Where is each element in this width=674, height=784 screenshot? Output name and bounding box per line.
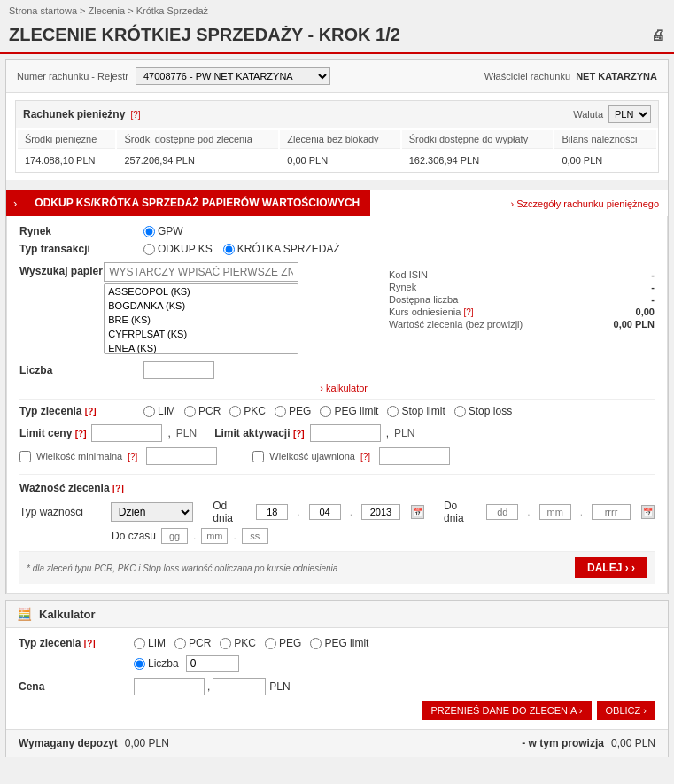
rynek-gpw[interactable]: GPW: [143, 225, 183, 237]
account-row: Numer rachunku - Rejestr 47008776 - PW N…: [6, 60, 668, 93]
typ-waznosci-label: Typ ważności: [19, 506, 102, 518]
transaction-odkup[interactable]: ODKUP KS: [143, 243, 213, 255]
kalk-cena-sep: ,: [207, 680, 210, 693]
dostepna-value: -: [540, 294, 655, 305]
balance-val-0: 174.088,10 PLN: [18, 151, 115, 170]
balance-help[interactable]: [?]: [130, 110, 140, 120]
prowizja-value: 0,00 PLN: [611, 737, 655, 749]
od-dnia-dd[interactable]: [256, 504, 288, 520]
do-dnia-cal-icon[interactable]: 📅: [641, 505, 655, 519]
typ-waznosci-select[interactable]: Dzień: [111, 502, 194, 522]
do-czasu-ss[interactable]: [242, 528, 268, 544]
rynek-info-value: -: [540, 282, 655, 292]
wielkosc-min-checkbox[interactable]: Wielkość minimalna [?]: [19, 447, 217, 465]
account-select[interactable]: 47008776 - PW NET KATARZYNA: [136, 67, 330, 85]
do-dnia-mm[interactable]: [539, 504, 571, 520]
account-owner-label: Właściciel rachunku: [484, 71, 570, 82]
od-dnia-yyyy[interactable]: [361, 504, 400, 520]
page-title-bar: ZLECENIE KRÓTKIEJ SPRZEDAŻY - KROK 1/2 🖨: [0, 21, 674, 54]
typ-zlecenia-label: Typ zlecenia [?]: [19, 405, 143, 417]
kalk-cena-input2[interactable]: [213, 678, 266, 695]
limit-ceny-input[interactable]: [91, 424, 162, 442]
typ-zlecenia-help[interactable]: [?]: [85, 407, 97, 416]
balance-val-3: 162.306,94 PLN: [402, 151, 554, 170]
transaction-krotka[interactable]: KRÓTKA SPRZEDAŻ: [223, 243, 340, 255]
panel-header: › ODKUP KS/KRÓTKA SPRZEDAŻ PAPIERÓW WART…: [6, 190, 668, 216]
od-dnia-cal-icon[interactable]: 📅: [411, 505, 424, 519]
kurs-label: Kurs odniesienia [?]: [389, 307, 523, 317]
kalkulator-link[interactable]: › kalkulator: [19, 383, 371, 393]
kalk-liczba-radio[interactable]: Liczba: [134, 657, 179, 670]
panel-expand-icon[interactable]: ›: [6, 190, 24, 216]
limit-aktywacji-sep: ,: [386, 427, 389, 439]
do-czasu-label: Do czasu: [112, 530, 156, 542]
od-dnia-mm[interactable]: [309, 504, 341, 520]
wielkosc-ujawniona-input[interactable]: [379, 447, 450, 465]
kalk-typ-pcr[interactable]: PCR: [174, 637, 211, 649]
currency-label: Waluta: [573, 109, 603, 120]
kalkulator-section: 🧮 Kalkulator Typ zlecenia [?] LIM PCR PK…: [5, 600, 669, 757]
kalkulator-content: Typ zlecenia [?] LIM PCR PKC PEG PEG lim…: [6, 628, 668, 729]
od-dnia-label: Od dnia: [213, 500, 247, 524]
wielkosc-min-input[interactable]: [146, 447, 217, 465]
liczba-input[interactable]: [143, 361, 214, 379]
dalej-button[interactable]: DALEJ ›: [575, 557, 647, 578]
kalk-typ-pkc[interactable]: PKC: [220, 637, 256, 649]
do-dnia-yyyy[interactable]: [592, 504, 631, 520]
typ-stop-limit[interactable]: Stop limit: [387, 405, 445, 417]
limit-aktywacji-label: Limit aktywacji [?]: [214, 427, 305, 439]
wielkosc-min-help[interactable]: [?]: [128, 452, 137, 462]
transaction-label: Typ transakcji: [19, 243, 143, 255]
kalkulator-header: 🧮 Kalkulator: [6, 601, 668, 628]
currency-select[interactable]: PLN: [608, 105, 651, 123]
main-container: Numer rachunku - Rejestr 47008776 - PW N…: [5, 59, 669, 594]
wielkosc-ujawniona-checkbox[interactable]: Wielkość ujawniona [?]: [252, 447, 450, 465]
przenes-button[interactable]: PRZENIEŚ DANE DO ZLECENIA ›: [422, 701, 591, 720]
balance-col-2: Zlecenia bez blokady: [280, 130, 399, 149]
print-icon[interactable]: 🖨: [651, 27, 665, 43]
limit-aktywacji-help[interactable]: [?]: [293, 429, 305, 439]
wartosc-value: 0,00 PLN: [540, 319, 655, 330]
kalk-typ-peg-limit[interactable]: PEG limit: [310, 637, 368, 649]
wartosc-label: Wartość zlecenia (bez prowizji): [389, 319, 523, 330]
do-czasu-gg[interactable]: [161, 528, 188, 544]
typ-peg-limit[interactable]: PEG limit: [320, 405, 378, 417]
panel-content: Rynek GPW Typ transakcji: [6, 216, 668, 594]
kalk-typ-lim[interactable]: LIM: [134, 637, 166, 649]
kalk-cena-input1[interactable]: [134, 678, 205, 695]
liczba-label: Liczba: [19, 364, 143, 376]
account-owner-value: NET KATARZYNA: [576, 71, 657, 82]
typ-pcr[interactable]: PCR: [184, 405, 221, 417]
limit-ceny-label: Limit ceny [?]: [19, 427, 86, 439]
kalkulator-icon: 🧮: [17, 607, 32, 621]
limit-ceny-help[interactable]: [?]: [75, 429, 87, 439]
kalk-typ-help[interactable]: [?]: [84, 639, 96, 648]
isin-value: -: [540, 269, 655, 280]
balance-val-4: 0,00 PLN: [554, 151, 656, 170]
waznosc-help[interactable]: [?]: [112, 484, 124, 493]
kalk-liczba-input[interactable]: [186, 655, 239, 672]
do-dnia-dd[interactable]: [486, 504, 518, 520]
kalk-typ-peg[interactable]: PEG: [265, 637, 301, 649]
typ-peg[interactable]: PEG: [275, 405, 311, 417]
panel-details-link[interactable]: › Szczegóły rachunku pieniężnego: [510, 198, 668, 209]
kurs-value: 0,00: [540, 307, 655, 317]
paper-label: Wyszukaj papier: [19, 265, 104, 277]
typ-stop-loss[interactable]: Stop loss: [454, 405, 512, 417]
do-czasu-mm[interactable]: [201, 528, 228, 544]
limit-aktywacji-input[interactable]: [310, 424, 381, 442]
wielkosc-ujawniona-help[interactable]: [?]: [360, 452, 370, 462]
account-label: Numer rachunku - Rejestr: [17, 71, 128, 82]
kalkulator-title: Kalkulator: [39, 608, 96, 621]
oblicz-button[interactable]: OBLICZ ›: [597, 701, 655, 720]
footer-note: * dla zleceń typu PCR, PKC i Stop loss w…: [27, 558, 337, 578]
typ-lim[interactable]: LIM: [143, 405, 175, 417]
kurs-help[interactable]: [?]: [463, 307, 473, 317]
balance-col-3: Środki dostępne do wypłaty: [402, 130, 554, 149]
typ-pkc[interactable]: PKC: [229, 405, 266, 417]
balance-val-1: 257.206,94 PLN: [117, 151, 278, 170]
balance-col-1: Środki dostępne pod zlecenia: [117, 130, 278, 149]
paper-list[interactable]: ASSECOPOL (KS) BOGDANKA (KS) BRE (KS) CY…: [104, 283, 298, 354]
paper-search-input[interactable]: [104, 262, 298, 282]
prowizja-label: - w tym prowizja: [522, 737, 604, 749]
